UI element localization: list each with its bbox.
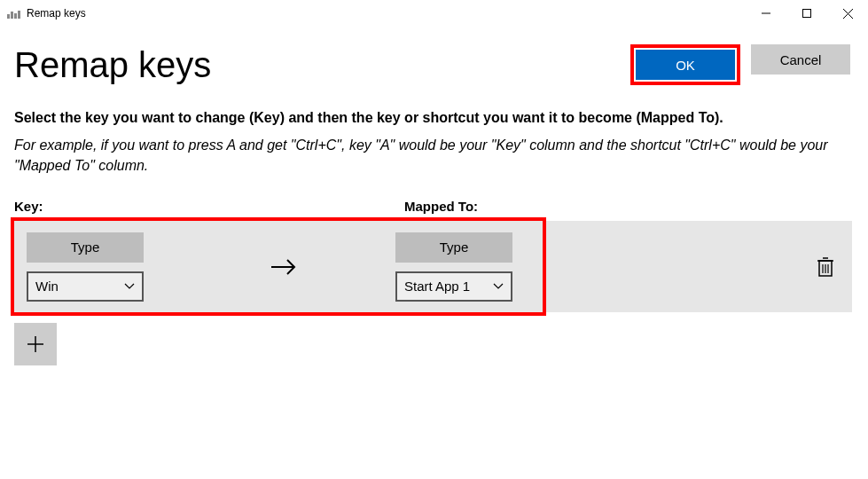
mapped-select[interactable]: Start App 1 [395,271,512,302]
cancel-button[interactable]: Cancel [751,44,850,75]
remap-row: Type Win Type Start App 1 [14,221,852,312]
delete-row-button[interactable] [816,255,835,279]
mapped-select-value: Start App 1 [404,279,486,294]
maximize-button[interactable] [786,0,827,27]
type-mapped-button[interactable]: Type [395,232,512,263]
ok-button[interactable]: OK [636,50,735,80]
close-button[interactable] [827,0,868,27]
minimize-button[interactable] [746,0,786,27]
app-icon [7,8,21,19]
chevron-down-icon [493,280,504,293]
instructions-example: For example, if you want to press A and … [14,135,852,176]
instructions-heading: Select the key you want to change (Key) … [14,110,854,126]
window-controls [746,0,868,27]
page-title: Remap keys [14,45,211,85]
column-header-mapped: Mapped To: [404,199,478,214]
type-key-button[interactable]: Type [27,232,144,263]
column-header-key: Key: [14,199,404,214]
arrow-right-icon [245,221,325,312]
ok-highlight: OK [630,44,740,85]
add-row-button[interactable] [14,323,57,365]
chevron-down-icon [124,280,135,293]
key-select[interactable]: Win [27,271,144,302]
window-title: Remap keys [27,7,86,20]
key-select-value: Win [35,279,59,294]
window-titlebar: Remap keys [0,0,868,27]
svg-rect-1 [803,10,811,18]
